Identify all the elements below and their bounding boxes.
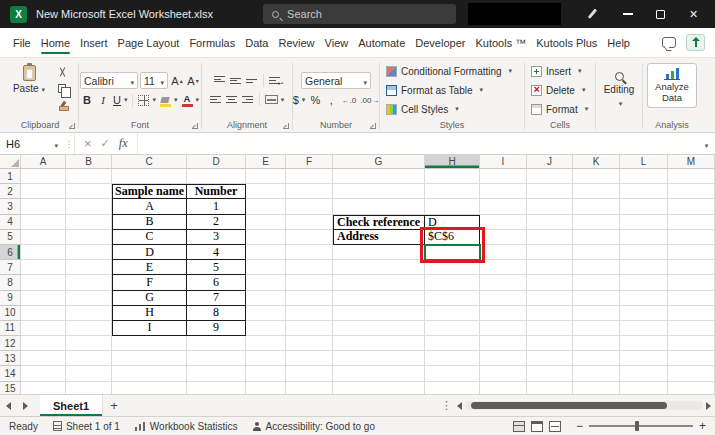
cell-I14[interactable] [480,366,527,381]
insert-function-button[interactable]: fx [119,136,128,151]
cell-E4[interactable] [246,215,286,230]
cell-I15[interactable] [480,382,527,394]
insert-cells-button[interactable]: Insert [531,63,582,79]
cell-D7[interactable]: 5 [187,260,246,275]
comments-icon[interactable] [662,37,676,48]
font-name-select[interactable]: Calibri [80,72,138,89]
cell-M1[interactable] [668,169,715,184]
font-size-select[interactable]: 11 [140,72,168,89]
workbook-statistics-button[interactable]: Workbook Statistics [135,421,238,432]
cell-F15[interactable] [286,382,333,394]
cell-F1[interactable] [286,169,333,184]
cell-B7[interactable] [66,260,112,275]
cell-I11[interactable] [480,321,527,336]
cell-A7[interactable] [21,260,66,275]
copy-button[interactable] [54,82,72,96]
cell-A3[interactable] [21,199,66,214]
cell-D10[interactable]: 8 [187,306,246,321]
tab-overflow-handle[interactable]: ⋮ [436,399,457,412]
alignment-dialog-launcher-icon[interactable] [283,123,289,129]
enter-button[interactable]: ✓ [101,137,110,150]
cut-button[interactable] [54,65,72,79]
cell-F7[interactable] [286,260,333,275]
column-header-k[interactable]: K [573,155,620,169]
cell-I12[interactable] [480,336,527,351]
cell-D12[interactable] [187,336,246,351]
page-layout-view-button[interactable] [531,421,543,432]
cell-K1[interactable] [573,169,620,184]
cell-J11[interactable] [527,321,573,336]
column-header-m[interactable]: M [668,155,715,169]
cell-A14[interactable] [21,366,66,381]
cell-I10[interactable] [480,306,527,321]
cell-M13[interactable] [668,351,715,366]
row-header-4[interactable]: 4 [0,215,21,230]
cell-C2[interactable]: Sample name [112,184,187,199]
cell-E10[interactable] [246,306,286,321]
cell-K6[interactable] [573,245,620,260]
cell-J4[interactable] [527,215,573,230]
cell-I9[interactable] [480,291,527,306]
cell-K2[interactable] [573,184,620,199]
cell-A9[interactable] [21,291,66,306]
number-format-select[interactable]: General [301,72,371,89]
cell-M14[interactable] [668,366,715,381]
cell-A15[interactable] [21,382,66,394]
cell-E12[interactable] [246,336,286,351]
cell-J13[interactable] [527,351,573,366]
column-header-d[interactable]: D [187,155,246,169]
cell-E15[interactable] [246,382,286,394]
cell-C4[interactable]: B [112,215,187,230]
cancel-button[interactable]: × [84,136,92,151]
column-header-e[interactable]: E [246,155,286,169]
cell-D2[interactable]: Number [187,184,246,199]
cell-L3[interactable] [620,199,668,214]
account-area[interactable] [468,3,561,25]
cell-styles-button[interactable]: Cell Styles [386,101,459,117]
cell-G4[interactable]: Check reference [333,215,425,230]
cell-I2[interactable] [480,184,527,199]
cell-C1[interactable] [112,169,187,184]
cell-B3[interactable] [66,199,112,214]
cell-F12[interactable] [286,336,333,351]
cell-G7[interactable] [333,260,425,275]
cell-A2[interactable] [21,184,66,199]
cell-M8[interactable] [668,275,715,290]
cell-H5[interactable]: $C$6 [425,230,480,245]
cell-L10[interactable] [620,306,668,321]
cell-E2[interactable] [246,184,286,199]
sheet-nav-right-button[interactable] [17,395,34,416]
cell-E11[interactable] [246,321,286,336]
cell-J1[interactable] [527,169,573,184]
cell-G8[interactable] [333,275,425,290]
cell-G9[interactable] [333,291,425,306]
cell-G14[interactable] [333,366,425,381]
cell-C5[interactable]: C [112,230,187,245]
cell-J14[interactable] [527,366,573,381]
cell-B6[interactable] [66,245,112,260]
cell-K9[interactable] [573,291,620,306]
cell-C9[interactable]: G [112,291,187,306]
font-dialog-launcher-icon[interactable] [192,123,198,129]
cell-J5[interactable] [527,230,573,245]
cell-A13[interactable] [21,351,66,366]
cell-K7[interactable] [573,260,620,275]
cell-M11[interactable] [668,321,715,336]
cell-B10[interactable] [66,306,112,321]
cell-B13[interactable] [66,351,112,366]
cell-D9[interactable]: 7 [187,291,246,306]
cell-D4[interactable]: 2 [187,215,246,230]
column-header-h[interactable]: H [425,155,480,169]
decrease-decimal-button[interactable]: .00→ [359,92,380,108]
cell-E13[interactable] [246,351,286,366]
analyze-data-button[interactable]: Analyze Data [647,63,697,108]
cell-F4[interactable] [286,215,333,230]
cell-G1[interactable] [333,169,425,184]
row-header-13[interactable]: 13 [0,351,21,366]
cell-H7[interactable] [425,260,480,275]
select-all-button[interactable] [0,155,21,169]
cell-H11[interactable] [425,321,480,336]
menu-tab-automate[interactable]: Automate [353,28,410,57]
menu-tab-help[interactable]: Help [602,28,635,57]
cell-H2[interactable] [425,184,480,199]
